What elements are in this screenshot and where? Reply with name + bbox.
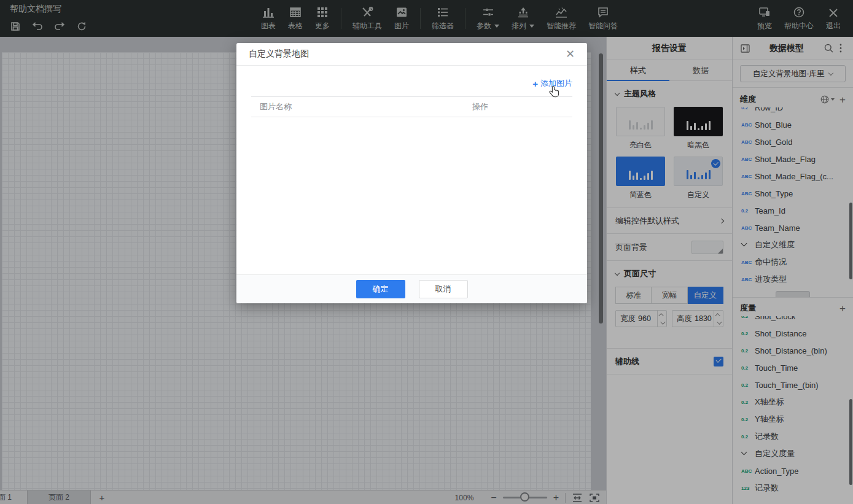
image-table-header: 图片名称 操作: [251, 96, 572, 117]
column-action: 操作: [472, 101, 572, 112]
custom-background-map-dialog: 自定义背景地图 ✕ + 添加图片 图片名称 操作 确定 取消: [236, 43, 587, 303]
plus-icon: +: [532, 79, 538, 89]
cancel-button[interactable]: 取消: [419, 280, 468, 298]
dialog-title: 自定义背景地图: [249, 48, 566, 60]
column-image-name: 图片名称: [251, 101, 472, 112]
dialog-close-icon[interactable]: ✕: [566, 48, 575, 60]
add-image-link[interactable]: + 添加图片: [251, 74, 572, 96]
ok-button[interactable]: 确定: [356, 280, 405, 298]
image-table-empty-area: [251, 117, 572, 258]
